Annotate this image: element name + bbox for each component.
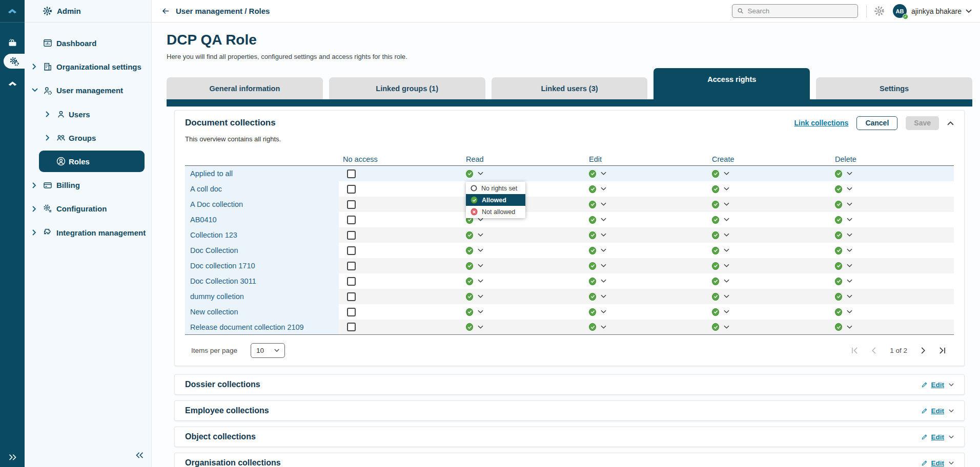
no-access-checkbox[interactable] <box>347 169 356 178</box>
save-button[interactable]: Save <box>906 116 939 130</box>
dropdown-option-not-allowed[interactable]: Not allowed <box>466 206 525 218</box>
read-status-dropdown[interactable] <box>466 323 483 331</box>
avatar[interactable]: AB ✓ <box>893 4 907 18</box>
previous-page-button[interactable] <box>871 347 876 354</box>
sidebar-item-users[interactable]: Users <box>25 102 151 126</box>
workspace-app-icon[interactable] <box>0 37 25 48</box>
read-status-dropdown[interactable] <box>466 262 483 270</box>
cancel-button[interactable]: Cancel <box>856 116 897 130</box>
documents-app-icon[interactable] <box>0 78 25 89</box>
delete-status-dropdown[interactable] <box>835 216 852 224</box>
read-status-dropdown[interactable] <box>466 247 483 254</box>
create-status-dropdown[interactable] <box>712 308 729 316</box>
edit-status-dropdown[interactable] <box>589 262 606 270</box>
no-access-checkbox[interactable] <box>347 200 356 209</box>
delete-status-dropdown[interactable] <box>835 170 852 178</box>
sidebar-item-billing[interactable]: Billing <box>25 173 151 197</box>
sidebar-item-configuration[interactable]: Configuration <box>25 197 151 221</box>
dropdown-option-allowed[interactable]: Allowed <box>466 194 525 206</box>
edit-status-dropdown[interactable] <box>589 231 606 239</box>
create-status-dropdown[interactable] <box>712 262 729 270</box>
create-status-dropdown[interactable] <box>712 231 729 239</box>
read-status-dropdown[interactable] <box>466 308 483 316</box>
delete-cell <box>831 197 954 212</box>
no-access-checkbox[interactable] <box>347 185 356 194</box>
back-arrow-icon[interactable] <box>161 6 171 16</box>
next-page-button[interactable] <box>921 347 926 354</box>
collapse-sidebar-icon[interactable] <box>135 452 144 461</box>
read-status-dropdown[interactable] <box>466 231 483 239</box>
sidebar-item-groups[interactable]: Groups <box>25 126 151 150</box>
expand-rail-icon[interactable] <box>0 454 25 461</box>
tab-linked-groups-1-[interactable]: Linked groups (1) <box>329 77 485 99</box>
delete-status-dropdown[interactable] <box>835 293 852 301</box>
sidebar-item-user-management[interactable]: User management <box>25 79 151 102</box>
sidebar-item-dashboard[interactable]: Dashboard <box>25 31 151 55</box>
section-edit-link[interactable]: Edit <box>921 433 954 441</box>
edit-status-dropdown[interactable] <box>589 185 606 193</box>
sidebar-item-integration-management[interactable]: Integration management <box>25 221 151 244</box>
no-access-checkbox[interactable] <box>347 216 356 224</box>
delete-status-dropdown[interactable] <box>835 247 852 254</box>
chevron-right-icon <box>32 206 38 212</box>
edit-status-dropdown[interactable] <box>589 293 606 301</box>
create-status-dropdown[interactable] <box>712 293 729 301</box>
edit-status-dropdown[interactable] <box>589 201 606 208</box>
delete-status-dropdown[interactable] <box>835 231 852 239</box>
create-status-dropdown[interactable] <box>712 278 729 285</box>
read-cell <box>462 258 585 273</box>
allowed-status-icon <box>466 231 473 239</box>
create-status-dropdown[interactable] <box>712 323 729 331</box>
tab-linked-users-3-[interactable]: Linked users (3) <box>492 77 648 99</box>
collapse-panel-chevron-up-icon[interactable] <box>947 121 954 125</box>
edit-status-dropdown[interactable] <box>589 323 606 331</box>
delete-status-dropdown[interactable] <box>835 323 852 331</box>
no-access-checkbox[interactable] <box>347 277 356 286</box>
tab-settings[interactable]: Settings <box>816 77 972 99</box>
delete-status-dropdown[interactable] <box>835 308 852 316</box>
no-access-checkbox[interactable] <box>347 246 356 255</box>
section-edit-link[interactable]: Edit <box>921 407 954 415</box>
edit-status-dropdown[interactable] <box>589 216 606 224</box>
read-status-dropdown[interactable] <box>466 293 483 301</box>
create-status-dropdown[interactable] <box>712 247 729 254</box>
section-edit-link[interactable]: Edit <box>921 381 954 389</box>
user-menu-chevron-down-icon[interactable] <box>966 9 972 13</box>
search-input[interactable] <box>748 7 853 15</box>
delete-cell <box>831 181 954 197</box>
read-status-dropdown[interactable] <box>466 170 483 178</box>
create-status-dropdown[interactable] <box>712 170 729 178</box>
collection-name: Doc Collection 3011 <box>185 273 339 289</box>
items-per-page-select[interactable]: 10 <box>251 343 285 358</box>
edit-status-dropdown[interactable] <box>589 308 606 316</box>
delete-status-dropdown[interactable] <box>835 185 852 193</box>
panel-description: This overview contains all rights. <box>185 135 954 145</box>
create-status-dropdown[interactable] <box>712 201 729 208</box>
section-edit-link[interactable]: Edit <box>921 459 954 467</box>
settings-gear-icon[interactable] <box>874 6 885 16</box>
edit-status-dropdown[interactable] <box>589 278 606 285</box>
last-page-button[interactable] <box>939 347 946 354</box>
delete-status-dropdown[interactable] <box>835 278 852 285</box>
sidebar-item-organizational-settings[interactable]: Organizational settings <box>25 55 151 78</box>
read-status-dropdown[interactable] <box>466 278 483 285</box>
link-collections-link[interactable]: Link collections <box>794 119 849 127</box>
product-logo-icon[interactable] <box>0 0 25 23</box>
dropdown-option-no-rights-set[interactable]: No rights set <box>466 182 525 194</box>
no-access-checkbox[interactable] <box>347 231 356 240</box>
admin-app-icon-active[interactable] <box>4 54 25 69</box>
delete-status-dropdown[interactable] <box>835 201 852 208</box>
no-access-checkbox[interactable] <box>347 308 356 316</box>
tab-general-information[interactable]: General information <box>167 77 323 99</box>
first-page-button[interactable] <box>851 347 858 354</box>
create-status-dropdown[interactable] <box>712 185 729 193</box>
edit-status-dropdown[interactable] <box>589 170 606 178</box>
create-status-dropdown[interactable] <box>712 216 729 224</box>
sidebar-item-roles[interactable]: Roles <box>39 151 145 172</box>
no-access-checkbox[interactable] <box>347 292 356 301</box>
delete-status-dropdown[interactable] <box>835 262 852 270</box>
no-access-checkbox[interactable] <box>347 323 356 331</box>
edit-status-dropdown[interactable] <box>589 247 606 254</box>
no-access-checkbox[interactable] <box>347 262 356 270</box>
avatar-initials: AB <box>895 8 904 14</box>
